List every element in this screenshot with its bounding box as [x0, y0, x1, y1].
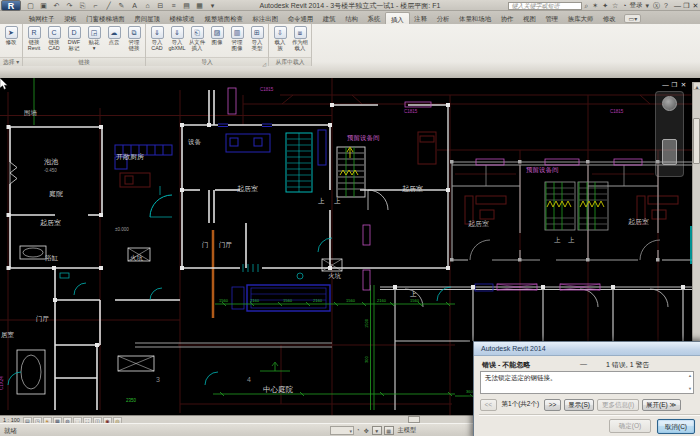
show-button[interactable]: 显示(S) [564, 399, 595, 411]
button-label: 点云 [104, 39, 124, 45]
insert-from-file-icon: ⎗ [191, 26, 204, 39]
tab-规整墙面检查[interactable]: 规整墙面检查 [200, 12, 248, 24]
star-icon[interactable]: ☆ [610, 1, 620, 11]
binoculars-icon[interactable]: ⌕ [582, 1, 590, 11]
ok-button[interactable]: 确定(O) [609, 419, 651, 433]
workset-dropdown[interactable]: ▾ [330, 426, 354, 435]
close-button[interactable]: ✕ [691, 1, 700, 11]
tab-建筑[interactable]: 建筑 [318, 12, 340, 24]
point-cloud-button[interactable]: ☁点云 [104, 25, 124, 45]
button-label-2: gbXML [167, 45, 187, 51]
tab-标注出图[interactable]: 标注出图 [248, 12, 283, 24]
revit-application-window: { "app": { "title": "Autodesk Revit 2014… [0, 0, 700, 436]
drawing-label: ±0.000 [115, 227, 129, 232]
drawing-label: 围墙 [24, 109, 38, 117]
search-input[interactable]: 键入关键字或短语 [508, 2, 582, 10]
drawing-label: 火坑 [328, 272, 342, 280]
tab-楼梯坡道[interactable]: 楼梯坡道 [165, 12, 200, 24]
drawing-label: 2350 [126, 398, 137, 403]
editable-only-icon[interactable]: ◔ [354, 427, 362, 434]
manage-links-button[interactable]: ⧉管理链接 [124, 25, 144, 51]
press-drag-icon[interactable]: ✥ [362, 427, 371, 434]
link-revit-button[interactable]: R链接Revit [24, 25, 44, 51]
tab-命令通用[interactable]: 命令通用 [283, 12, 318, 24]
tab-视图[interactable]: 视图 [518, 12, 540, 24]
tab-族库大师[interactable]: 族库大师 [563, 12, 598, 24]
panel-title: 从库中载入 [269, 57, 311, 66]
link-cad-button[interactable]: C链接CAD [44, 25, 64, 51]
tab-修改[interactable]: 修改 [598, 12, 620, 24]
import-cad-button[interactable]: ⇓导入CAD [147, 25, 167, 51]
dwf-markup-button[interactable]: DDWF标记 [64, 25, 84, 51]
tab-梁板[interactable]: 梁板 [59, 12, 81, 24]
button-label-2: CAD [147, 45, 167, 51]
image-icon: ▨ [211, 26, 224, 39]
exchange-apps-icon[interactable]: Ⓧ [651, 1, 662, 11]
msgbox-scroll-up-icon[interactable]: ▲ [688, 374, 692, 378]
horizontal-scroll-thumb[interactable] [408, 416, 420, 423]
zoom-tools-icon[interactable] [662, 139, 677, 165]
tab-结构[interactable]: 结构 [340, 12, 362, 24]
drawing-label: 1560 [283, 298, 293, 303]
tab-注释[interactable]: 注释 [410, 12, 432, 24]
decal-button[interactable]: ◲贴花▾ [84, 25, 104, 51]
drawing-label: 预留设备间 [526, 166, 559, 174]
help-icon[interactable]: ? [662, 1, 670, 11]
tab-轴网柱子[interactable]: 轴网柱子 [24, 12, 59, 24]
more-info-button[interactable]: 更多信息(I) [597, 399, 638, 411]
key-icon[interactable]: ✶ [590, 1, 600, 11]
panel-launcher-icon[interactable]: ◿ [262, 60, 266, 69]
drawing-label: 1560 [346, 298, 356, 303]
vertical-scroll-thumb[interactable] [693, 118, 700, 164]
tab-门窗楼梯墙面[interactable]: 门窗楼梯墙面 [82, 12, 130, 24]
panel-title: 导入◿ [146, 57, 268, 66]
minimize-button[interactable]: — [673, 1, 682, 11]
dialog-title-bar[interactable]: Autodesk Revit 2014 [474, 342, 700, 356]
error-message-box[interactable]: 无法锁定选定的钢链接。 ▲ ▼ [480, 371, 694, 394]
panel-title: 链接 [23, 57, 145, 66]
load-family-button[interactable]: ⇩载入族 [270, 25, 290, 51]
manage-images-icon: ▥ [231, 26, 244, 39]
tab-体量和场地[interactable]: 体量和场地 [454, 12, 496, 24]
button-label-2: Revit [24, 45, 44, 51]
design-option-label: 主模型 [395, 426, 420, 435]
view-window-controls: —❐✕ [661, 81, 688, 89]
ribbon-display-toggle[interactable]: ▭▾ [624, 14, 641, 23]
satellite-icon[interactable]: ✦ [600, 1, 610, 11]
view-close-button[interactable]: ✕ [679, 81, 688, 89]
load-as-group-button[interactable]: ⧈作为组载入 [290, 25, 310, 51]
drawing-label: 4 [247, 376, 251, 383]
tab-分析[interactable]: 分析 [432, 12, 454, 24]
image-button[interactable]: ▨图像 [207, 25, 227, 45]
insert-from-file-button[interactable]: ⎗从文件插入 [187, 25, 207, 51]
navigation-bar[interactable] [655, 91, 684, 177]
modify-cursor-button[interactable]: ➤修改 [1, 25, 21, 45]
restore-button[interactable]: ❐ [682, 1, 691, 11]
caret-down-icon[interactable]: ▾ [644, 1, 652, 11]
drawing-label: 起居室 [402, 185, 423, 193]
tab-管理[interactable]: 管理 [541, 12, 563, 24]
load-family-icon: ⇩ [274, 26, 287, 39]
sign-in-button[interactable]: 登录 [629, 1, 644, 10]
tab-系统[interactable]: 系统 [363, 12, 385, 24]
drawing-label: 1500 [364, 318, 369, 328]
view-restore-button[interactable]: ❐ [670, 81, 679, 89]
previous-error-button[interactable]: << [480, 399, 497, 411]
manage-images-button[interactable]: ▥管理图像 [227, 25, 247, 51]
msgbox-scroll-down-icon[interactable]: ▼ [688, 387, 692, 391]
import-gbxml-button[interactable]: ⇓导入gbXML [167, 25, 187, 51]
filter-icon[interactable]: ▼ [372, 426, 382, 435]
view-minimize-button[interactable]: — [661, 81, 670, 89]
tab-插入[interactable]: 插入 [385, 12, 409, 24]
cancel-button[interactable]: 取消(C) [657, 419, 695, 434]
expand-button[interactable]: 展开(E) ≫ [642, 399, 681, 411]
scroll-up-icon[interactable]: ▲ [693, 82, 700, 90]
tab-协作[interactable]: 协作 [496, 12, 518, 24]
import-types-button[interactable]: ⊞导入类型 [247, 25, 267, 51]
tab-房间屋顶[interactable]: 房间屋顶 [129, 12, 164, 24]
button-label: 修改 [1, 39, 21, 45]
steering-wheel-icon[interactable] [662, 96, 677, 111]
next-error-button[interactable]: >> [544, 399, 561, 411]
user-icon[interactable]: ◔ [620, 1, 628, 11]
select-icon[interactable]: ▦ [384, 426, 394, 435]
